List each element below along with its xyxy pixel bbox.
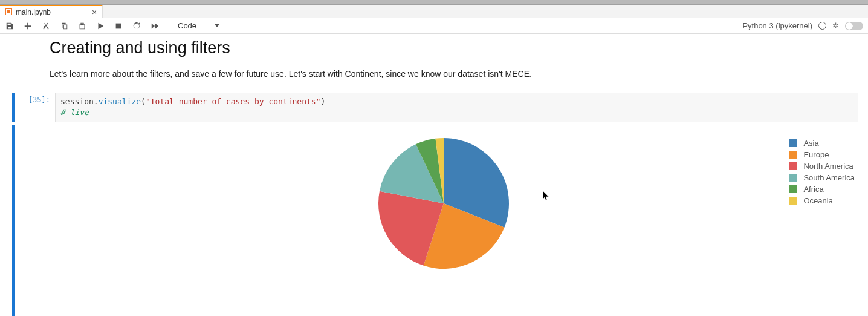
close-icon[interactable]: ×	[90, 8, 99, 16]
cut-icon[interactable]	[41, 21, 51, 31]
legend-item[interactable]: Asia	[789, 138, 855, 148]
legend-swatch	[789, 174, 797, 182]
code-cell[interactable]: [35]: session.visualize("Total number of…	[12, 93, 858, 123]
kernel-status-icon[interactable]	[818, 22, 826, 30]
svg-rect-0	[116, 23, 121, 28]
legend-label: South America	[803, 173, 855, 182]
legend-swatch	[789, 185, 797, 193]
window-chrome	[0, 0, 868, 5]
stop-icon[interactable]	[114, 21, 123, 31]
debug-icon[interactable]: ✲	[832, 21, 839, 30]
notebook-tab[interactable]: main.ipynb ×	[0, 5, 103, 18]
legend-item[interactable]: Oceania	[789, 196, 855, 206]
cell-output: AsiaEuropeNorth AmericaSouth AmericaAfri…	[12, 125, 858, 316]
legend-item[interactable]: Europe	[789, 150, 855, 160]
cell-type-select[interactable]: Code	[174, 21, 223, 31]
run-icon[interactable]	[96, 21, 105, 31]
legend-swatch	[789, 139, 797, 147]
legend-label: Asia	[803, 139, 818, 148]
fast-forward-icon[interactable]	[150, 21, 160, 31]
restart-icon[interactable]	[132, 21, 141, 31]
copy-icon[interactable]	[59, 21, 69, 31]
legend-label: Africa	[803, 185, 823, 194]
markdown-cell[interactable]: Creating and using filters Let's learn m…	[12, 36, 858, 87]
notebook-icon	[5, 8, 12, 16]
chart-output: AsiaEuropeNorth AmericaSouth AmericaAfri…	[15, 125, 858, 316]
add-cell-icon[interactable]	[23, 21, 33, 31]
legend-item[interactable]: North America	[789, 161, 855, 171]
chart-legend: AsiaEuropeNorth AmericaSouth AmericaAfri…	[789, 138, 855, 207]
legend-swatch	[789, 197, 797, 205]
markdown-heading: Creating and using filters	[50, 39, 858, 58]
kernel-name[interactable]: Python 3 (ipykernel)	[742, 21, 812, 30]
cell-prompt: [35]:	[22, 93, 55, 123]
debugger-toggle[interactable]	[845, 22, 863, 30]
legend-label: Oceania	[803, 196, 832, 205]
paste-icon[interactable]	[77, 21, 87, 31]
legend-swatch	[789, 162, 797, 170]
markdown-paragraph: Let's learn more about the filters, and …	[50, 68, 858, 81]
legend-item[interactable]: Africa	[789, 184, 855, 194]
cell-type-label: Code	[178, 21, 196, 30]
save-icon[interactable]	[5, 21, 15, 31]
code-editor[interactable]: session.visualize("Total number of cases…	[55, 93, 858, 123]
tab-bar: main.ipynb ×	[0, 5, 868, 18]
mouse-cursor-icon	[542, 190, 551, 203]
toolbar: Code Python 3 (ipykernel) ✲	[0, 18, 868, 34]
legend-swatch	[789, 151, 797, 159]
tab-label: main.ipynb	[16, 8, 86, 16]
notebook-area: Creating and using filters Let's learn m…	[0, 34, 868, 316]
legend-label: Europe	[803, 150, 829, 159]
chevron-down-icon	[215, 24, 219, 27]
legend-item[interactable]: South America	[789, 173, 855, 183]
pie-chart[interactable]	[377, 137, 510, 272]
legend-label: North America	[803, 162, 853, 171]
